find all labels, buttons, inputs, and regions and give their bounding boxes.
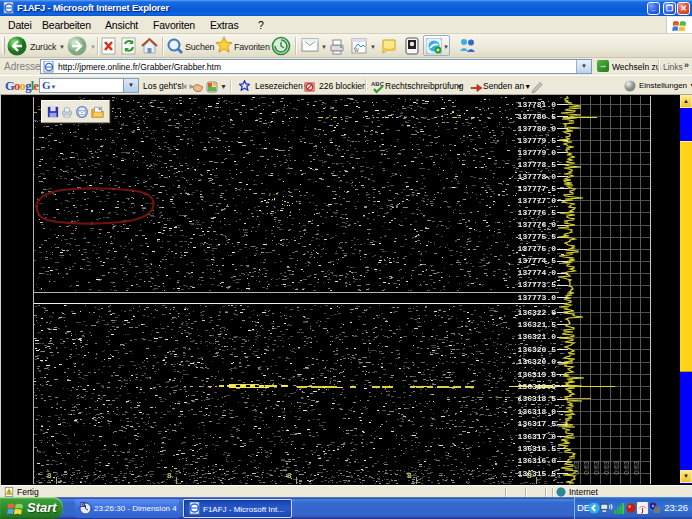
svg-text:W: W [354, 47, 359, 53]
svg-text:D: D [81, 502, 84, 507]
